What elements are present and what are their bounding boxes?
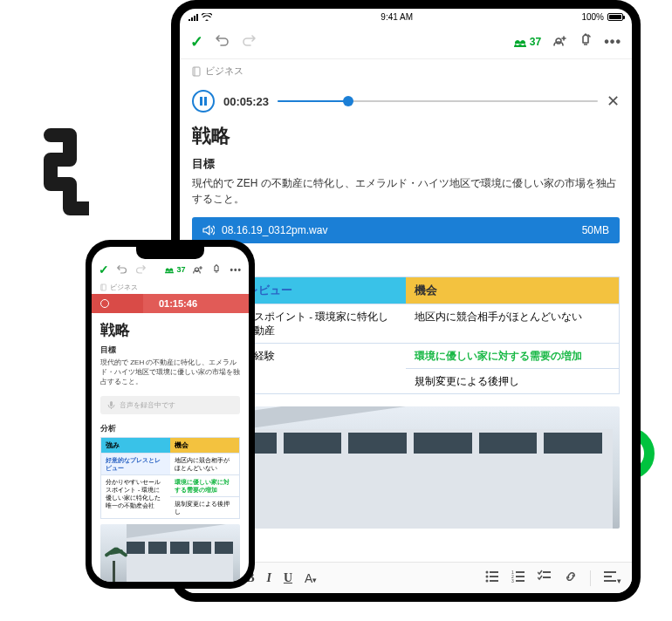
phone-opp-3: 規制変更による後押し	[170, 496, 239, 518]
phone-opp-1: 地区内に競合相手がほとんどいない	[170, 453, 239, 474]
phone-note-subtitle[interactable]: 目標	[100, 345, 240, 356]
battery-icon	[607, 13, 623, 21]
phone-undo-button[interactable]	[117, 264, 127, 276]
phone-note-paragraph[interactable]: 現代的で ZEH の不動産に特化し、エメラルド・ハイツ地区で環境に優しい家の市場…	[100, 358, 240, 387]
phone-notebook-row[interactable]: ビジネス	[92, 281, 249, 294]
phone-notebook-label: ビジネス	[110, 283, 138, 292]
svg-point-6	[486, 580, 489, 583]
phone-share-count: 37	[176, 265, 185, 274]
wifi-icon	[202, 13, 212, 21]
svg-rect-16	[604, 571, 616, 573]
share-count-badge[interactable]: 37	[513, 36, 541, 48]
undo-button[interactable]	[216, 34, 230, 50]
phone-analysis-table[interactable]: 強み 機会 好意的なプレスとレビュー 地区内に競合相手がほとんどいない 分かりや…	[100, 437, 240, 520]
notebook-label: ビジネス	[205, 65, 243, 78]
voice-recording-placeholder[interactable]: 音声を録音中です	[100, 396, 240, 414]
recording-bar[interactable]: 01:15:46	[92, 294, 249, 313]
status-time: 9:41 AM	[381, 12, 413, 22]
svg-rect-5	[490, 576, 498, 577]
phone-note-title[interactable]: 戦略	[100, 320, 240, 340]
svg-text:3: 3	[511, 578, 514, 583]
notebook-icon	[192, 66, 201, 77]
svg-rect-0	[193, 67, 200, 76]
italic-button[interactable]: I	[266, 571, 271, 585]
phone-strength-2: 分かりやすいセールスポイント - 環境に優しい家に特化した唯一の不動産会社	[101, 474, 170, 518]
svg-rect-14	[543, 571, 551, 573]
phone-done-button[interactable]: ✓	[99, 263, 109, 276]
note-title[interactable]: 戦略	[192, 123, 620, 149]
status-bar: 9:41 AM 100%	[180, 9, 632, 25]
property-image	[192, 406, 620, 529]
editor-nav: ✓ 37 •••	[180, 25, 632, 59]
alignment-button[interactable]: ▾	[603, 570, 621, 586]
phone-reminder-button[interactable]	[211, 264, 222, 276]
audio-player: 00:05:23 ✕	[180, 83, 632, 119]
analysis-table[interactable]: プレスとレビュー 機会 すいセールスポイント - 環境家に特化した唯一の不動産 …	[192, 276, 620, 394]
svg-rect-19	[101, 284, 106, 290]
phone-frame: ✓ 37 ••• ビジネス 01:15:46 戦略	[86, 240, 255, 589]
phone-notch	[136, 247, 204, 259]
svg-rect-13	[516, 580, 525, 582]
done-button[interactable]: ✓	[190, 32, 203, 51]
decorative-squiggle	[40, 126, 89, 221]
phone-opp-2: 環境に優しい家に対する需要の増加	[170, 474, 239, 496]
share-count: 37	[530, 36, 541, 48]
link-button[interactable]	[564, 570, 578, 586]
opp-cell-1: 地区内に競合相手がほとんどいない	[406, 304, 619, 343]
speaker-icon	[202, 225, 215, 235]
svg-rect-11	[516, 576, 525, 577]
attachment-name: 08.16.19_0312pm.wav	[222, 224, 327, 236]
bulleted-list-button[interactable]	[485, 570, 499, 586]
add-person-button[interactable]	[553, 34, 567, 50]
svg-rect-21	[110, 401, 113, 406]
svg-rect-3	[490, 571, 498, 573]
checklist-button[interactable]	[538, 570, 552, 586]
redo-button[interactable]	[242, 34, 256, 50]
svg-rect-15	[543, 577, 551, 578]
phone-analysis-heading[interactable]: 分析	[100, 423, 240, 434]
cellular-icon	[189, 14, 198, 21]
note-paragraph[interactable]: 現代的で ZEH の不動産に特化し、エメラルド・ハイツ地区で環境に優しい家の市場…	[192, 175, 620, 207]
audio-scrubber[interactable]	[278, 96, 598, 106]
close-audio-button[interactable]: ✕	[607, 92, 620, 111]
notebook-icon	[100, 283, 106, 291]
record-icon	[100, 299, 109, 308]
phone-opp-header: 機会	[170, 438, 239, 453]
note-subtitle[interactable]: 目標	[192, 156, 620, 172]
voice-placeholder-text: 音声を録音中です	[120, 400, 175, 410]
phone-note-body: 戦略 目標 現代的で ZEH の不動産に特化し、エメラルド・ハイツ地区で環境に優…	[92, 313, 249, 582]
phone-share-badge[interactable]: 37	[164, 265, 185, 274]
phone-screen: ✓ 37 ••• ビジネス 01:15:46 戦略	[92, 247, 249, 582]
opp-cell-2: 環境に優しい家に対する需要の増加	[406, 343, 619, 368]
attachment-size: 50MB	[582, 224, 609, 236]
svg-point-4	[486, 576, 489, 578]
svg-rect-9	[516, 571, 525, 573]
audio-elapsed: 00:05:23	[223, 95, 269, 108]
underline-button[interactable]: U	[284, 571, 292, 585]
phone-strength-1: 好意的なプレスとレビュー	[101, 453, 170, 474]
opportunity-header: 機会	[406, 277, 619, 304]
phone-property-image	[100, 524, 240, 582]
analysis-heading[interactable]: 分析	[192, 256, 620, 271]
phone-redo-button[interactable]	[135, 264, 146, 276]
notebook-row[interactable]: ビジネス	[180, 59, 632, 83]
phone-add-person-button[interactable]	[193, 264, 203, 276]
svg-rect-7	[490, 580, 498, 582]
audio-attachment[interactable]: 08.16.19_0312pm.wav 50MB	[192, 217, 620, 243]
opp-cell-3: 規制変更による後押し	[406, 368, 619, 393]
svg-rect-18	[604, 580, 616, 582]
more-button[interactable]: •••	[604, 34, 621, 50]
svg-point-2	[486, 571, 489, 574]
battery-percent: 100%	[581, 12, 604, 22]
record-time: 01:15:46	[159, 298, 197, 309]
mic-icon	[107, 401, 115, 409]
numbered-list-button[interactable]: 123	[511, 570, 525, 586]
pause-button[interactable]	[192, 90, 215, 113]
svg-rect-17	[604, 576, 612, 577]
reminder-button[interactable]	[579, 33, 592, 51]
phone-strength-header: 強み	[101, 438, 170, 453]
phone-more-button[interactable]: •••	[230, 265, 242, 275]
highlight-button[interactable]: A▾	[305, 571, 317, 585]
